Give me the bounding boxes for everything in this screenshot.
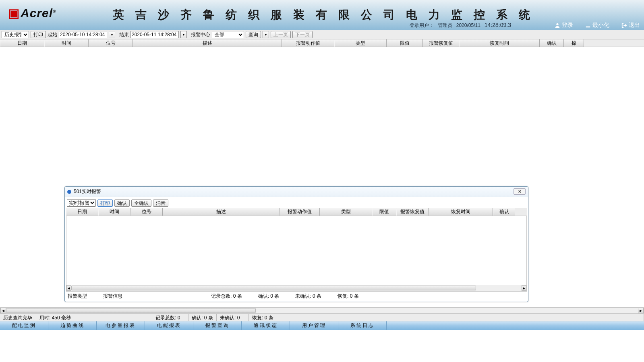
svg-point-0 (556, 23, 558, 25)
center-label: 报警中心 (191, 31, 210, 38)
exit-label: 退出 (629, 22, 640, 29)
dialog-icon (67, 190, 71, 194)
app-header: ▣Acrel® 英吉沙齐鲁纺织服装有限公司电力监控系统 登录用户： 管理员 20… (0, 0, 644, 30)
col-2[interactable]: 位号 (89, 39, 133, 47)
scroll-left-icon[interactable]: ◂ (66, 285, 71, 291)
dlg-mute-button[interactable]: 消音 (153, 200, 168, 207)
minimize-label: 最小化 (592, 22, 609, 29)
col-9[interactable]: 确认 (540, 39, 564, 47)
end-datetime[interactable] (130, 31, 179, 38)
start-datetime[interactable] (59, 31, 107, 38)
dlg-col-5[interactable]: 类型 (320, 208, 372, 216)
scroll-right-icon[interactable]: ▸ (522, 285, 526, 291)
status-total: 记录总数: 0 条 (152, 314, 188, 321)
dialog-close-button[interactable]: ✕ (514, 188, 526, 195)
nav-通讯状态[interactable]: 通讯状态 (242, 321, 290, 330)
user-info: 登录用户： 管理员 2020/05/11 14:28:09.3 (410, 22, 511, 29)
col-5[interactable]: 类型 (334, 39, 387, 47)
minimize-icon (585, 23, 591, 28)
dialog-statusbar: 报警类型 报警信息 记录总数: 0 条 确认: 0 条 未确认: 0 条 恢复:… (66, 292, 527, 300)
main-table-header: 日期时间位号描述报警动作值类型限值报警恢复值恢复时间确认操 (0, 39, 644, 47)
print-button[interactable]: 打印 (31, 31, 46, 38)
svg-rect-1 (586, 27, 590, 28)
main-h-scrollbar[interactable]: ◂ ▸ (0, 307, 644, 314)
dlg-status-type: 报警类型 (68, 293, 87, 300)
dlg-print-button[interactable]: 打印 (97, 200, 113, 207)
nav-报警查询[interactable]: 报警查询 (193, 321, 242, 330)
nav-系统日志[interactable]: 系统日志 (338, 321, 387, 330)
end-dt-picker[interactable]: ▾ (180, 31, 187, 38)
scroll-left-icon[interactable]: ◂ (0, 308, 6, 313)
login-link[interactable]: 登录 (555, 22, 573, 29)
close-icon: ✕ (518, 189, 522, 194)
query-button[interactable]: 查询 (246, 31, 261, 38)
minimize-link[interactable]: 最小化 (585, 22, 609, 29)
dlg-status-ack: 确认: 0 条 (258, 293, 280, 300)
status-ack: 确认: 0 条 (188, 314, 217, 321)
chevron-down-icon: ▾ (111, 33, 113, 37)
dlg-status-recover: 恢复: 0 条 (338, 293, 359, 300)
main-toolbar: 历史报警 打印 起始 ▾ 结束 ▾ 报警中心 全部 查询 ▾ 上一页 下一页 (0, 30, 644, 39)
col-6[interactable]: 限值 (387, 39, 423, 47)
nav-趋势曲线[interactable]: 趋势曲线 (48, 321, 97, 330)
prev-page-button[interactable]: 上一页 (271, 31, 291, 38)
user-icon (555, 23, 560, 28)
dlg-col-2[interactable]: 位号 (130, 208, 163, 216)
dlg-status-unack: 未确认: 0 条 (295, 293, 321, 300)
dlg-status-total: 记录总数: 0 条 (211, 293, 242, 300)
query-dropdown[interactable]: ▾ (263, 31, 269, 38)
col-4[interactable]: 报警动作值 (282, 39, 334, 47)
next-page-button[interactable]: 下一页 (292, 31, 313, 38)
start-dt-picker[interactable]: ▾ (109, 31, 115, 38)
status-elapsed: 用时: 450 毫秒 (36, 314, 152, 321)
page-title: 英吉沙齐鲁纺织服装有限公司电力监控系统 (113, 7, 541, 23)
scroll-thumb[interactable] (71, 286, 476, 290)
dialog-table-body[interactable] (66, 216, 527, 285)
mode-select[interactable]: 历史报警 (2, 31, 29, 38)
exit-icon (621, 23, 627, 28)
dlg-col-1[interactable]: 时间 (98, 208, 130, 216)
dlg-ackall-button[interactable]: 全确认 (131, 200, 151, 207)
dlg-col-0[interactable]: 日期 (66, 208, 98, 216)
dialog-titlebar[interactable]: 501实时报警 ✕ (65, 187, 528, 197)
header-time: 14:28:09.3 (485, 22, 511, 28)
start-label: 起始 (48, 31, 57, 38)
dlg-col-6[interactable]: 限值 (372, 208, 396, 216)
dialog-h-scrollbar[interactable]: ◂ ▸ (66, 285, 527, 292)
dlg-ack-button[interactable]: 确认 (114, 200, 130, 207)
status-done: 历史查询完毕 (0, 314, 36, 321)
logo-icon: ▣ (8, 6, 20, 20)
realtime-alarm-dialog: 501实时报警 ✕ 实时报警 打印 确认 全确认 消音 日期时间位号描述报警动作… (64, 186, 528, 302)
dialog-title: 501实时报警 (74, 188, 101, 195)
chevron-down-icon: ▾ (265, 33, 267, 37)
nav-电能报表[interactable]: 电能报表 (145, 321, 193, 330)
dlg-col-3[interactable]: 描述 (163, 208, 280, 216)
login-label: 登录 (562, 22, 573, 29)
col-3[interactable]: 描述 (133, 39, 282, 47)
exit-link[interactable]: 退出 (621, 22, 640, 29)
bottom-nav: 配电监测趋势曲线电参量报表电能报表报警查询通讯状态用户管理系统日志 (0, 321, 644, 330)
center-select[interactable]: 全部 (212, 31, 244, 38)
chevron-down-icon: ▾ (183, 33, 184, 37)
dlg-col-9[interactable]: 确认 (493, 208, 515, 216)
dlg-mode-select[interactable]: 实时报警 (67, 199, 96, 207)
col-7[interactable]: 报警恢复值 (423, 39, 459, 47)
header-date: 2020/05/11 (456, 23, 480, 28)
col-8[interactable]: 恢复时间 (459, 39, 540, 47)
dlg-col-7[interactable]: 报警恢复值 (396, 208, 429, 216)
scroll-thumb[interactable] (6, 308, 256, 313)
col-10[interactable]: 操 (564, 39, 584, 47)
status-recover: 恢复: 0 条 (249, 314, 644, 321)
nav-配电监测[interactable]: 配电监测 (0, 321, 48, 330)
main-statusbar: 历史查询完毕 用时: 450 毫秒 记录总数: 0 条 确认: 0 条 未确认:… (0, 314, 644, 321)
dialog-body: 实时报警 打印 确认 全确认 消音 日期时间位号描述报警动作值类型限值报警恢复值… (65, 197, 528, 302)
dlg-col-8[interactable]: 恢复时间 (429, 208, 493, 216)
nav-用户管理[interactable]: 用户管理 (290, 321, 338, 330)
col-1[interactable]: 时间 (44, 39, 89, 47)
col-0[interactable]: 日期 (0, 39, 44, 47)
user-name: 管理员 (438, 22, 452, 29)
scroll-right-icon[interactable]: ▸ (638, 308, 644, 313)
logo-reg-icon: ® (53, 9, 56, 14)
dlg-col-4[interactable]: 报警动作值 (280, 208, 320, 216)
nav-电参量报表[interactable]: 电参量报表 (97, 321, 145, 330)
